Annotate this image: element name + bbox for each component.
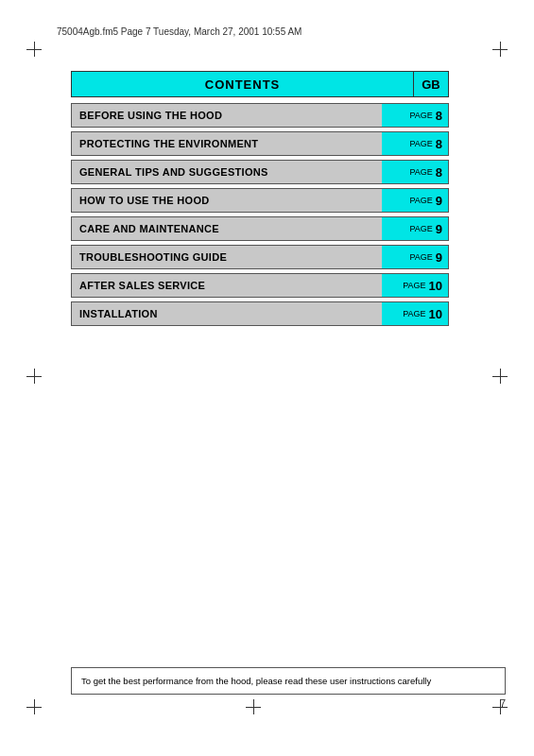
toc-row-5: TROUBLESHOOTING GUIDEPAGE9 xyxy=(71,245,449,269)
toc-page-word-7: PAGE xyxy=(403,309,425,318)
toc-row-1: PROTECTING THE ENVIRONMENTPAGE8 xyxy=(71,131,449,156)
toc-row-4: CARE AND MAINTENANCEPAGE9 xyxy=(71,216,449,241)
crosshair-top-right xyxy=(492,42,508,57)
toc-page-word-6: PAGE xyxy=(403,281,425,290)
toc-label-5: TROUBLESHOOTING GUIDE xyxy=(72,246,382,268)
contents-title-row: CONTENTS GB xyxy=(71,71,449,97)
toc-page-num-5: 9 xyxy=(436,250,442,265)
crosshair-top-left xyxy=(26,42,42,57)
toc-page-6: PAGE10 xyxy=(382,274,448,297)
crosshair-mid-left xyxy=(26,369,42,384)
toc-page-4: PAGE9 xyxy=(382,217,448,240)
toc-page-num-2: 8 xyxy=(436,165,442,180)
toc-label-1: PROTECTING THE ENVIRONMENT xyxy=(72,132,382,155)
bottom-note: To get the best performance from the hoo… xyxy=(71,667,506,695)
toc-row-2: GENERAL TIPS AND SUGGESTIONSPAGE8 xyxy=(71,160,449,184)
toc-page-num-1: 8 xyxy=(436,137,442,151)
toc-page-word-3: PAGE xyxy=(409,196,432,205)
toc-page-7: PAGE10 xyxy=(382,302,448,325)
toc-page-num-0: 8 xyxy=(436,109,442,123)
crosshair-mid-right xyxy=(492,369,508,384)
toc-page-num-6: 10 xyxy=(429,279,442,293)
toc-page-0: PAGE8 xyxy=(382,104,448,127)
toc-label-4: CARE AND MAINTENANCE xyxy=(72,217,382,240)
page: 75004Agb.fm5 Page 7 Tuesday, March 27, 2… xyxy=(0,0,534,756)
crosshair-bottom-mid xyxy=(246,699,261,714)
toc-page-word-5: PAGE xyxy=(409,252,432,262)
toc-page-num-3: 9 xyxy=(436,194,442,208)
contents-title: CONTENTS xyxy=(71,71,413,97)
toc-page-5: PAGE9 xyxy=(382,246,448,268)
toc-row-7: INSTALLATIONPAGE10 xyxy=(71,301,449,326)
toc-label-3: HOW TO USE THE HOOD xyxy=(72,189,382,212)
toc-page-word-4: PAGE xyxy=(409,224,432,233)
toc-label-6: AFTER SALES SERVICE xyxy=(72,274,382,297)
toc-page-1: PAGE8 xyxy=(382,132,448,155)
toc-page-word-1: PAGE xyxy=(409,139,432,148)
header-filename: 75004Agb.fm5 Page 7 Tuesday, March 27, 2… xyxy=(57,26,301,37)
content-area: CONTENTS GB BEFORE USING THE HOODPAGE8PR… xyxy=(71,71,449,330)
toc-list: BEFORE USING THE HOODPAGE8PROTECTING THE… xyxy=(71,103,449,326)
toc-page-num-7: 10 xyxy=(429,307,442,321)
crosshair-bottom-left xyxy=(26,699,42,714)
toc-page-num-4: 9 xyxy=(436,222,442,236)
toc-page-2: PAGE8 xyxy=(382,161,448,183)
toc-row-0: BEFORE USING THE HOODPAGE8 xyxy=(71,103,449,128)
toc-label-2: GENERAL TIPS AND SUGGESTIONS xyxy=(72,161,382,183)
toc-row-6: AFTER SALES SERVICEPAGE10 xyxy=(71,273,449,298)
toc-row-3: HOW TO USE THE HOODPAGE9 xyxy=(71,188,449,213)
toc-page-3: PAGE9 xyxy=(382,189,448,212)
contents-gb-label: GB xyxy=(413,71,449,97)
header-bar: 75004Agb.fm5 Page 7 Tuesday, March 27, 2… xyxy=(57,26,506,37)
toc-label-0: BEFORE USING THE HOOD xyxy=(72,104,382,127)
toc-label-7: INSTALLATION xyxy=(72,302,382,325)
page-number: 7 xyxy=(500,697,506,709)
toc-page-word-0: PAGE xyxy=(409,111,432,120)
toc-page-word-2: PAGE xyxy=(409,167,432,177)
